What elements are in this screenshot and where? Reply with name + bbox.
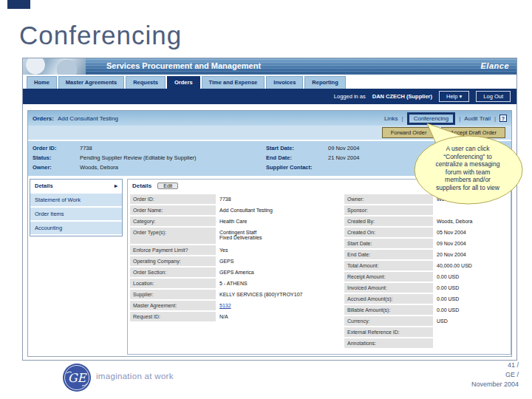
detail-value: N/A [216,312,232,321]
sidebar-item-order-items[interactable]: Order Items [30,208,122,222]
link-separator: | [402,115,403,122]
detail-value: GEPS [216,256,237,266]
detail-label: Order Section: [130,267,216,277]
detail-label: Operating Company: [130,256,216,266]
logout-button[interactable]: Log Out [476,91,511,102]
header-photo-collage [23,58,86,75]
elance-logo: Elance [481,61,509,70]
detail-value: USD [433,316,451,326]
detail-value: GEPS America [216,267,258,277]
summary-label: End Date: [266,154,328,164]
summary-value: 09 Nov 2004 [328,145,360,154]
sidebar-item-accounting[interactable]: Accounting [30,222,122,236]
slide-footer-pagination: 41 / GE / November 2004 [386,361,519,389]
summary-row: Order ID:7738 [33,145,263,154]
detail-value: 5 - ATHENS [216,279,251,288]
summary-value: Woods, Debora [80,164,118,174]
detail-value[interactable]: 5132 [216,301,235,310]
detail-row: Enforce Payment Limit?Yes [130,245,341,255]
summary-col-1: Order ID:7738Status:Pending Supplier Rev… [33,145,263,174]
detail-value: 0.00 USD [433,272,463,282]
tab-requests[interactable]: Requests [126,76,166,89]
detail-value: Woods, Debora [433,216,477,226]
detail-label: Order ID: [130,194,216,204]
logged-in-text: Logged in as [334,93,366,100]
detail-row: External Reference ID: [344,327,510,337]
logged-in-user: DAN CZECH (Supplier) [372,93,432,100]
detail-value: 05 Nov 2004 [433,228,470,237]
detail-value: Health Care [216,216,250,226]
tab-reporting[interactable]: Reporting [304,76,345,89]
chevron-down-icon: ▾ [460,93,463,100]
detail-value: KELLY SERVICES (800)YTROY107 [216,290,306,299]
detail-label: Accrued Amount(s): [344,294,433,304]
detail-label: Receipt Amount: [344,272,433,282]
detail-value: 20 Nov 2004 [433,250,470,259]
footer-ge: GE / [386,370,519,380]
detail-label: Invoiced Amount: [344,283,433,293]
detail-label: Start Date: [344,239,433,248]
summary-label: Supplier Contact: [266,164,328,174]
ge-tagline: imagination at work [96,372,174,381]
tab-invoices[interactable]: Invoices [266,76,303,89]
detail-row: Operating Company:GEPS [130,256,341,266]
tab-master-agreements[interactable]: Master Agreements [58,76,124,89]
order-name: Add Consultant Testing [58,115,118,122]
tab-time-and-expense[interactable]: Time and Expense [202,76,265,89]
summary-label: Status: [33,154,80,164]
detail-value: 7738 [216,194,235,204]
detail-value [433,327,440,337]
summary-label: Order ID: [33,145,80,154]
detail-row: Order Name:Add Consultant Testing [130,205,341,215]
detail-value: 0.00 USD [433,305,463,315]
detail-label: Category: [130,216,216,226]
detail-row: Order Section:GEPS America [130,267,341,277]
detail-label: Enforce Payment Limit? [130,245,216,255]
detail-row: Accrued Amount(s):0.00 USD [344,294,510,304]
callout-text: A user can click “Conferencing” to centr… [416,145,519,191]
detail-value: Add Consultant Testing [216,205,276,215]
nav-tabs: HomeMaster AgreementsRequestsOrdersTime … [23,75,516,89]
detail-value: Yes [216,245,231,255]
sidebar-item-statement-of-work[interactable]: Statement of Work [30,194,122,208]
detail-row: Invoiced Amount:0.00 USD [344,283,510,293]
details-table-left: Order ID:7738Order Name:Add Consultant T… [130,194,341,323]
detail-value: 40,000.00 USD [433,261,476,270]
detail-row: Location:5 - ATHENS [130,279,341,288]
summary-value: 21 Nov 2004 [328,154,360,164]
chevron-right-icon: ▸ [115,183,117,189]
detail-value: 09 Nov 2004 [433,239,470,248]
detail-label: Currency: [344,316,433,326]
detail-row: Created By:Woods, Debora [344,216,510,226]
details-title: Details [132,183,151,189]
app-header: Services Procurement and Management Elan… [23,58,516,75]
ge-logo: GE [62,363,92,392]
detail-label: Annotations: [344,338,433,348]
detail-row: Supplier:KELLY SERVICES (800)YTROY107 [130,290,341,299]
detail-label: Master Agreement: [130,301,216,310]
detail-value: Contingent Staff Fixed Deliverables [216,228,266,244]
detail-label: Total Amount: [344,261,433,270]
detail-row: Annotations: [344,338,510,348]
detail-label: Created By: [344,216,433,226]
detail-label: Order Type(s): [130,228,216,244]
detail-row: Billable Amount(s):0.00 USD [344,305,510,315]
detail-row: Receipt Amount:0.00 USD [344,272,510,282]
link-links[interactable]: Links [384,115,398,122]
sidebar-item-details[interactable]: Details▸ [30,180,122,194]
order-prefix: Orders: [33,115,54,122]
detail-label: End Date: [344,250,433,259]
edit-button[interactable]: Edit [157,183,178,189]
help-button[interactable]: Help ▾ [439,91,469,102]
detail-value: 0.00 USD [433,294,463,304]
tab-home[interactable]: Home [27,76,57,89]
summary-label: Start Date: [266,145,328,154]
detail-label: Billable Amount(s): [344,305,433,315]
detail-row: End Date:20 Nov 2004 [344,250,510,259]
page-number: 41 / [386,361,519,370]
slide-title: Conferencing [19,21,182,50]
details-table-right: Owner:Woods, DeboraSponsor:Created By:Wo… [344,194,510,349]
slide-accent-bar [7,0,30,9]
tab-orders[interactable]: Orders [167,76,200,89]
detail-row: Start Date:09 Nov 2004 [344,239,510,248]
